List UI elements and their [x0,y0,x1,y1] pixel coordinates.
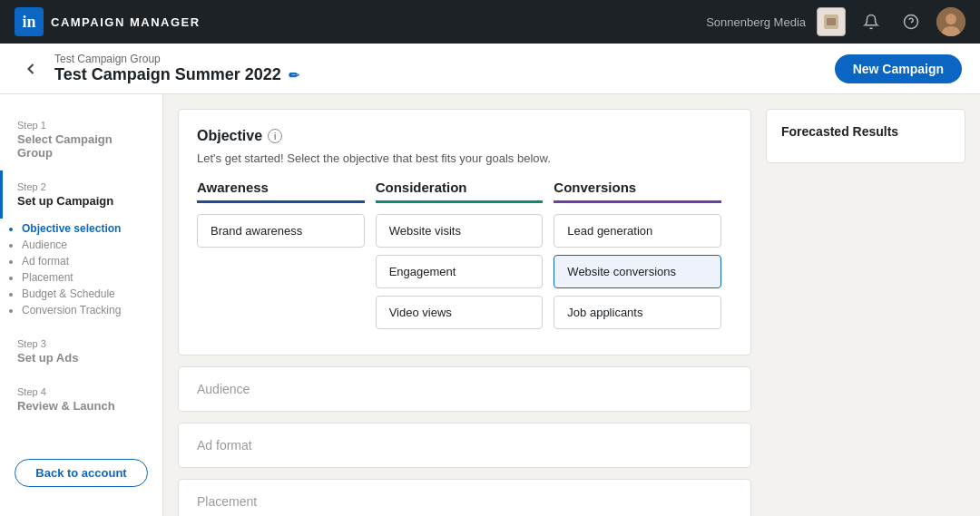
edit-campaign-name-icon[interactable]: ✏ [289,68,299,83]
back-to-account-button[interactable]: Back to account [15,459,148,487]
awareness-header: Awareness [197,180,365,203]
step1-number: Step 1 [17,120,148,131]
step3-title: Set up Ads [17,351,148,365]
content-area: Objective i Let's get started! Select th… [163,94,980,516]
consideration-header: Consideration [376,180,544,203]
step3-number: Step 3 [17,338,148,349]
objective-columns: Awareness Brand awareness Consideration … [197,180,732,336]
svg-rect-1 [827,18,836,25]
campaign-name-title: Test Campaign Summer 2022 ✏ [54,65,299,84]
step4-title: Review & Launch [17,399,148,413]
sidebar-step-3: Step 3 Set up Ads [0,327,162,375]
main-content: Objective i Let's get started! Select th… [178,109,751,501]
sidebar-footer: Back to account [0,444,162,501]
lead-generation-option[interactable]: Lead generation [554,214,721,248]
objective-title: Objective [197,128,262,144]
sidebar-step-1: Step 1 Select Campaign Group [0,109,162,170]
ad-format-section[interactable]: Ad format [178,423,751,468]
website-visits-option[interactable]: Website visits [376,214,544,248]
campaign-group-label: Test Campaign Group [54,53,299,65]
account-logo-icon[interactable] [817,7,846,36]
help-button[interactable] [897,7,926,36]
sidebar-step-4: Step 4 Review & Launch [0,375,162,424]
conversions-column: Conversions Lead generation Website conv… [554,180,732,336]
app-title: CAMPAIGN MANAGER [51,15,201,29]
step1-title: Select Campaign Group [17,132,148,160]
objective-card: Objective i Let's get started! Select th… [178,109,751,355]
conversions-header: Conversions [554,180,721,203]
brand-awareness-option[interactable]: Brand awareness [197,214,365,248]
linkedin-logo-icon: in [15,7,44,36]
right-panel: Forecasted Results [766,109,965,501]
user-avatar[interactable] [936,7,965,36]
sidebar: Step 1 Select Campaign Group Step 2 Set … [0,94,163,516]
step2-number: Step 2 [17,181,148,192]
main-layout: Step 1 Select Campaign Group Step 2 Set … [0,94,980,516]
forecasted-card: Forecasted Results [766,109,965,163]
topnav-right: Sonnenberg Media [706,7,965,36]
header-titles: Test Campaign Group Test Campaign Summer… [54,53,299,84]
header-bar: Test Campaign Group Test Campaign Summer… [0,44,980,94]
top-navigation: in CAMPAIGN MANAGER Sonnenberg Media [0,0,980,44]
account-name: Sonnenberg Media [706,15,806,29]
header-left: Test Campaign Group Test Campaign Summer… [18,53,299,84]
video-views-option[interactable]: Video views [376,296,544,329]
substep-budget[interactable]: Budget & Schedule [22,287,148,300]
substep-placement[interactable]: Placement [22,271,148,284]
objective-subtitle: Let's get started! Select the objective … [197,151,732,165]
substeps-list: Objective selection Audience Ad format P… [0,219,162,327]
objective-header: Objective i [197,128,732,144]
website-conversions-option[interactable]: Website conversions [554,255,721,288]
consideration-column: Consideration Website visits Engagement … [376,180,554,336]
substep-audience[interactable]: Audience [22,239,148,251]
svg-point-5 [946,14,956,24]
substep-adformat[interactable]: Ad format [22,255,148,268]
forecasted-title: Forecasted Results [781,124,950,139]
notifications-button[interactable] [857,7,886,36]
back-arrow-icon[interactable] [18,56,44,82]
substep-objective[interactable]: Objective selection [22,222,148,235]
awareness-column: Awareness Brand awareness [197,180,376,336]
sidebar-steps: Step 1 Select Campaign Group Step 2 Set … [0,109,162,444]
audience-section[interactable]: Audience [178,366,751,412]
engagement-option[interactable]: Engagement [376,255,544,288]
objective-info-icon[interactable]: i [268,129,282,143]
placement-section[interactable]: Placement [178,479,751,516]
sidebar-step-2: Step 2 Set up Campaign [0,170,162,219]
substep-conversion[interactable]: Conversion Tracking [22,304,148,316]
topnav-left: in CAMPAIGN MANAGER [15,7,201,36]
new-campaign-button[interactable]: New Campaign [835,54,962,83]
step2-title: Set up Campaign [17,194,148,208]
step4-number: Step 4 [17,386,148,397]
job-applicants-option[interactable]: Job applicants [554,296,721,329]
